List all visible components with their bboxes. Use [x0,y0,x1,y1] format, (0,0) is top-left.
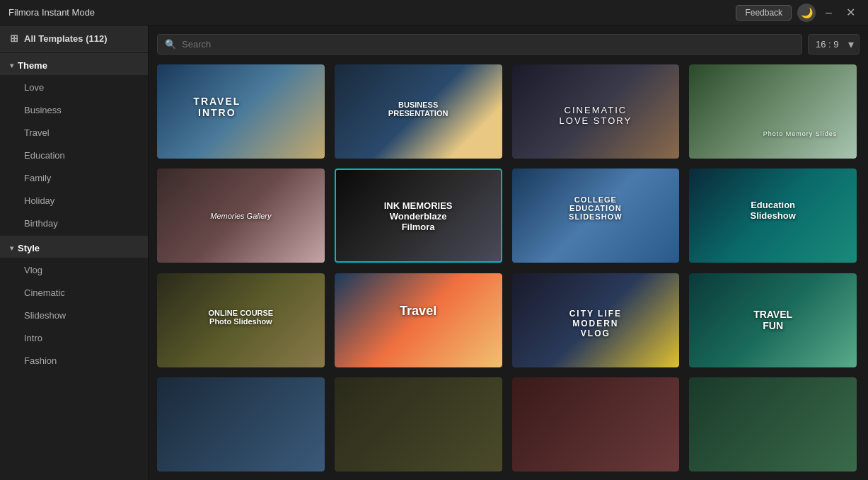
import-button-ink-memories[interactable]: ↻ [422,205,445,227]
card-thumbnail-city-life: CITY LIFEMODERN VLOG ▶ ↻ [512,273,680,367]
sidebar-item-business[interactable]: Business [4,99,144,121]
play-button-bottom1[interactable]: ▶ [214,413,236,435]
user-icon-button[interactable]: 🌙 [797,4,816,22]
import-button-bottom3[interactable]: ↻ [600,413,623,435]
import-button-college-edu[interactable]: ↻ [600,205,623,227]
aspect-ratio-wrap[interactable]: 16 : 9 9 : 16 1 : 1 4 : 3 [808,34,860,55]
play-button-cinematic-love[interactable]: ▶ [569,101,591,123]
search-input-wrap[interactable]: 🔍 [157,34,802,55]
search-icon: 🔍 [165,39,176,50]
all-templates-label: All Templates (112) [24,33,108,44]
play-button-city-life[interactable]: ▶ [569,309,591,331]
template-card-bottom3[interactable]: ▶ ↻ [512,377,680,472]
card-thumbnail-bottom2: ▶ ↻ [335,377,502,472]
sidebar: ⊞ All Templates (112) ▾ Theme Love Busin… [0,25,149,480]
sidebar-item-cinematic[interactable]: Cinematic [4,282,144,304]
theme-chevron-icon: ▾ [10,62,13,69]
sidebar-item-intro[interactable]: Intro [4,327,144,349]
card-thumbnail-bottom1: ▶ ↻ [157,377,325,472]
play-button-bottom4[interactable]: ▶ [746,413,769,435]
template-card-ink-memories[interactable]: INK MEMORIESWonderblaze Filmora ▶ ↻ Ink … [335,168,502,263]
play-button-online-course[interactable]: ▶ [214,309,236,331]
theme-section-label: Theme [18,60,47,71]
aspect-ratio-select[interactable]: 16 : 9 9 : 16 1 : 1 4 : 3 [808,34,860,55]
card-thumbnail-cinematic-love: CINEMATICLOVE STORY ▶ ↻ [512,64,680,159]
play-button-clean-travel[interactable]: ▶ [214,101,236,123]
import-button-online-course[interactable]: ↻ [245,309,267,331]
template-card-photo-memory[interactable]: Photo Memory Slides ▶ ↻ Photo Memory Sli… [689,64,857,159]
play-button-ink-memories[interactable]: ▶ [391,205,414,227]
card-thumbnail-travel-photo: Travel ▶ ↻ [335,273,502,367]
sidebar-item-vlog[interactable]: Vlog [4,259,144,281]
template-grid: TRAVELINTRO ▶ ↻ Clean Travel Slideshow B… [157,64,860,472]
minimize-button[interactable]: – [821,7,836,18]
style-section-header[interactable]: ▾ Style [0,236,148,258]
sidebar-item-fashion[interactable]: Fashion [4,350,144,372]
template-card-bottom4[interactable]: ▶ ↻ [689,377,857,472]
grid-icon: ⊞ [10,33,18,44]
import-button-family-happy[interactable]: ↻ [245,205,267,227]
sidebar-item-travel[interactable]: Travel [4,122,144,144]
import-button-edu-slideshow[interactable]: ↻ [777,205,800,227]
template-card-city-life[interactable]: CITY LIFEMODERN VLOG ▶ ↻ City Life Vlog [512,273,680,367]
import-button-clean-travel[interactable]: ↻ [245,101,267,123]
window-controls: Feedback 🌙 – ✕ [736,4,860,22]
template-card-travel-photo[interactable]: Travel ▶ ↻ Travel Photography Vlog [335,273,502,367]
template-card-edu-slideshow[interactable]: EducationSlideshow ▶ ↻ Education Slidesh… [689,168,857,263]
import-button-bottom2[interactable]: ↻ [422,413,445,435]
import-button-photo-memory[interactable]: ↻ [777,101,800,123]
import-button-travel-fun[interactable]: ↻ [777,309,800,331]
template-card-online-course[interactable]: ONLINE COURSEPhoto Slideshow ▶ ↻ Online … [157,273,325,367]
play-button-family-happy[interactable]: ▶ [214,205,236,227]
import-button-cinematic-love[interactable]: ↻ [600,101,623,123]
play-button-travel-fun[interactable]: ▶ [746,309,769,331]
play-button-travel-photo[interactable]: ▶ [391,309,414,331]
card-thumbnail-clean-travel: TRAVELINTRO ▶ ↻ [157,64,325,159]
theme-section-header[interactable]: ▾ Theme [0,53,148,75]
app-title: Filmora Instant Mode [8,7,736,18]
card-thumbnail-online-course: ONLINE COURSEPhoto Slideshow ▶ ↻ [157,273,325,367]
search-input[interactable] [182,39,794,50]
card-thumbnail-ink-memories: INK MEMORIESWonderblaze Filmora ▶ ↻ [335,168,502,263]
template-card-business-pres[interactable]: BUSINESSPRESENTATION ▶ ↻ Business Presen… [335,64,502,159]
import-button-bottom1[interactable]: ↻ [245,413,267,435]
play-button-edu-slideshow[interactable]: ▶ [746,205,769,227]
card-thumbnail-bottom4: ▶ ↻ [689,377,857,472]
play-button-photo-memory[interactable]: ▶ [746,101,769,123]
template-card-bottom1[interactable]: ▶ ↻ [157,377,325,472]
sidebar-item-education[interactable]: Education [4,144,144,166]
import-button-business-pres[interactable]: ↻ [422,101,445,123]
all-templates-button[interactable]: ⊞ All Templates (112) [0,25,148,52]
sidebar-item-family[interactable]: Family [4,167,144,189]
main-layout: ⊞ All Templates (112) ▾ Theme Love Busin… [0,25,868,480]
template-card-college-edu[interactable]: COLLEGEEDUCATIONSLIDESHOW ▶ ↻ College Ed… [512,168,680,263]
template-card-cinematic-love[interactable]: CINEMATICLOVE STORY ▶ ↻ Cinematic Love S… [512,64,680,159]
import-button-bottom4[interactable]: ↻ [777,413,800,435]
style-chevron-icon: ▾ [10,244,13,252]
template-card-travel-fun[interactable]: TRAVELFUN ▶ ↻ Travel Fun [689,273,857,367]
import-button-travel-photo[interactable]: ↻ [422,309,445,331]
content-area: 🔍 16 : 9 9 : 16 1 : 1 4 : 3 TRAVELINTRO … [149,25,868,480]
play-button-bottom3[interactable]: ▶ [569,413,591,435]
sidebar-item-love[interactable]: Love [4,76,144,98]
play-button-bottom2[interactable]: ▶ [391,413,414,435]
style-section-label: Style [18,243,40,253]
template-card-family-happy[interactable]: Memories Gallery ▶ ↻ Family Happy Memori… [157,168,325,263]
play-button-business-pres[interactable]: ▶ [391,101,414,123]
card-thumbnail-family-happy: Memories Gallery ▶ ↻ [157,168,325,263]
close-button[interactable]: ✕ [842,7,860,18]
feedback-button[interactable]: Feedback [736,5,792,21]
card-thumbnail-photo-memory: Photo Memory Slides ▶ ↻ [689,64,857,159]
card-thumbnail-business-pres: BUSINESSPRESENTATION ▶ ↻ [335,64,502,159]
template-card-bottom2[interactable]: ▶ ↻ [335,377,502,472]
sidebar-item-slideshow[interactable]: Slideshow [4,304,144,326]
card-thumbnail-bottom3: ▶ ↻ [512,377,680,472]
sidebar-item-birthday[interactable]: Birthday [4,212,144,234]
sidebar-item-holiday[interactable]: Holiday [4,190,144,212]
import-button-city-life[interactable]: ↻ [600,309,623,331]
title-bar: Filmora Instant Mode Feedback 🌙 – ✕ [0,0,868,25]
card-thumbnail-travel-fun: TRAVELFUN ▶ ↻ [689,273,857,367]
template-card-clean-travel[interactable]: TRAVELINTRO ▶ ↻ Clean Travel Slideshow [157,64,325,159]
play-button-college-edu[interactable]: ▶ [569,205,591,227]
card-thumbnail-college-edu: COLLEGEEDUCATIONSLIDESHOW ▶ ↻ [512,168,680,263]
